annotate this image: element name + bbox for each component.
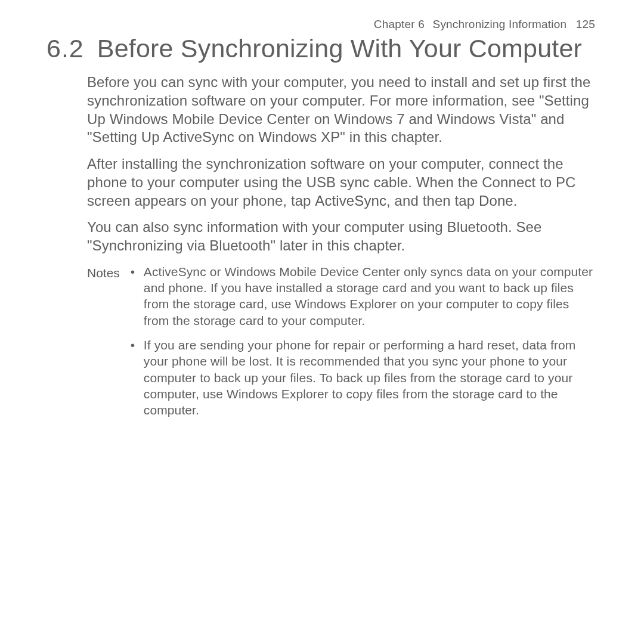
section-number: 6.2: [47, 34, 84, 63]
page-number: 125: [576, 18, 595, 30]
p2-text-c: , and then tap: [386, 193, 479, 209]
chapter-title: Synchronizing Information: [433, 18, 567, 30]
paragraph-1: Before you can sync with your computer, …: [87, 73, 597, 147]
paragraph-2: After installing the synchronization sof…: [87, 155, 597, 210]
notes-list: ActiveSync or Windows Mobile Device Cent…: [131, 264, 597, 427]
running-header: Chapter 6 Synchronizing Information 125: [47, 18, 597, 31]
notes-label: Notes: [87, 264, 120, 281]
p2-text-e: .: [513, 193, 518, 209]
note-item: ActiveSync or Windows Mobile Device Cent…: [131, 264, 597, 329]
chapter-number: Chapter 6: [374, 18, 425, 30]
section-title: Before Synchronizing With Your Computer: [97, 34, 582, 63]
notes-block: Notes ActiveSync or Windows Mobile Devic…: [87, 264, 597, 427]
body-content: Before you can sync with your computer, …: [87, 73, 597, 426]
section-heading: 6.2Before Synchronizing With Your Comput…: [47, 35, 597, 63]
p2-bold-activesync: ActiveSync: [315, 193, 386, 209]
document-page: Chapter 6 Synchronizing Information 125 …: [0, 0, 644, 426]
paragraph-3: You can also sync information with your …: [87, 218, 597, 255]
p2-bold-done: Done: [479, 193, 513, 209]
note-item: If you are sending your phone for repair…: [131, 337, 597, 418]
